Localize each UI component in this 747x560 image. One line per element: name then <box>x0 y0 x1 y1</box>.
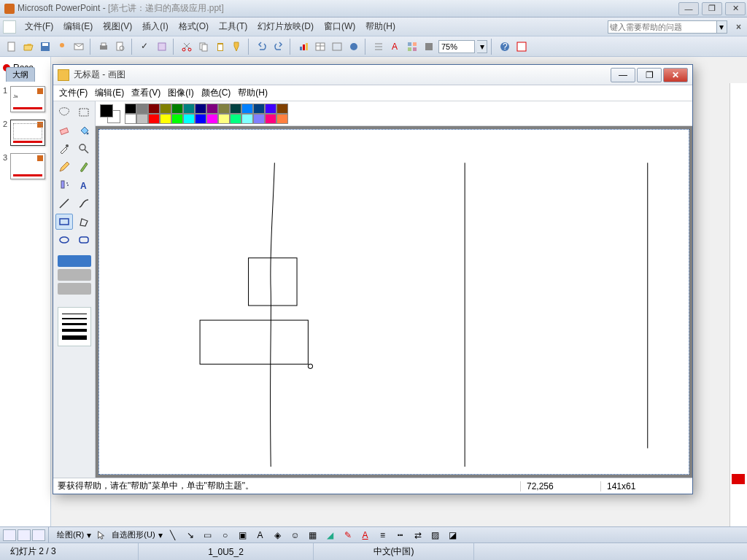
slide-thumb-3[interactable]: 3 <box>3 153 47 179</box>
fg-bg-colors[interactable] <box>100 104 120 123</box>
linecolor-icon[interactable]: ✎ <box>341 529 355 542</box>
slide-thumb-1[interactable]: 1Ja <box>3 86 47 112</box>
undo-icon[interactable] <box>255 39 269 54</box>
3d-icon[interactable]: ◪ <box>446 529 460 542</box>
palette-color[interactable] <box>230 114 241 124</box>
paint-maximize-button[interactable]: ❐ <box>637 68 662 82</box>
slideshow-view-icon[interactable] <box>32 529 45 541</box>
palette-color[interactable] <box>265 104 276 114</box>
roundrect-tool-icon[interactable] <box>75 232 93 248</box>
fontcolor-icon[interactable]: A <box>358 529 373 542</box>
eraser-icon[interactable] <box>55 122 73 139</box>
paint-menu-image[interactable]: 图像(I) <box>168 87 193 99</box>
slide-thumb-2[interactable]: 2 <box>3 120 47 146</box>
paint-minimize-button[interactable]: — <box>611 68 635 82</box>
zoom-input[interactable]: 75% <box>438 40 475 53</box>
paint-canvas[interactable] <box>98 129 689 475</box>
chinese-icon[interactable] <box>514 39 529 54</box>
paint-close-button[interactable]: ✕ <box>663 68 688 82</box>
menu-format[interactable]: 格式(O) <box>174 18 213 35</box>
open-icon[interactable] <box>21 39 36 54</box>
palette-color[interactable] <box>160 114 171 124</box>
select-icon[interactable] <box>94 529 109 542</box>
table-icon[interactable] <box>313 39 328 54</box>
format-painter-icon[interactable] <box>230 39 244 54</box>
print-icon[interactable] <box>96 39 111 54</box>
palette-color[interactable] <box>276 114 288 124</box>
rect-icon[interactable]: ▭ <box>201 529 215 542</box>
palette-color[interactable] <box>171 104 183 114</box>
maximize-button[interactable]: ❐ <box>702 2 722 15</box>
polygon-tool-icon[interactable] <box>75 214 93 230</box>
sorter-view-icon[interactable] <box>18 529 31 541</box>
menu-window[interactable]: 窗口(W) <box>320 18 360 35</box>
picture-icon[interactable]: ▦ <box>306 529 320 542</box>
fill-style-options[interactable] <box>58 255 91 297</box>
curve-tool-icon[interactable] <box>75 195 93 211</box>
select-rect-icon[interactable] <box>75 104 93 120</box>
palette-color[interactable] <box>218 114 230 124</box>
palette-color[interactable] <box>136 104 148 114</box>
palette-color[interactable] <box>265 114 276 124</box>
menu-file[interactable]: 文件(F) <box>20 18 58 35</box>
pencil-icon[interactable] <box>55 159 73 175</box>
palette-color[interactable] <box>218 104 230 114</box>
zoom-dropdown[interactable]: ▾ <box>477 40 487 53</box>
fill-icon[interactable] <box>75 122 93 139</box>
paint-menu-help[interactable]: 帮助(H) <box>238 87 268 99</box>
grid-icon[interactable] <box>405 39 419 54</box>
rect-tool-icon[interactable] <box>55 214 73 230</box>
palette-color[interactable] <box>125 104 136 114</box>
paint-menu-color[interactable]: 颜色(C) <box>201 87 231 99</box>
oval-icon[interactable]: ○ <box>218 529 233 542</box>
dashstyle-icon[interactable]: ┅ <box>393 529 408 542</box>
doc-close-button[interactable]: × <box>733 22 744 32</box>
palette-color[interactable] <box>206 114 218 124</box>
paint-menu-edit[interactable]: 编辑(E) <box>95 87 124 99</box>
palette-color[interactable] <box>148 114 160 124</box>
line-icon[interactable]: ╲ <box>166 529 180 542</box>
menu-help[interactable]: 帮助(H) <box>361 18 400 35</box>
show-format-icon[interactable]: A <box>388 39 403 54</box>
palette-color[interactable] <box>183 114 195 124</box>
permission-icon[interactable] <box>55 39 69 54</box>
eyedropper-icon[interactable] <box>55 141 73 157</box>
expand-icon[interactable] <box>371 39 386 54</box>
palette-color[interactable] <box>195 114 206 124</box>
magnifier-icon[interactable] <box>75 141 93 157</box>
cut-icon[interactable] <box>179 39 194 54</box>
normal-view-icon[interactable] <box>3 529 16 541</box>
outline-tab[interactable]: 大纲 <box>6 67 35 82</box>
menu-edit[interactable]: 编辑(E) <box>59 18 97 35</box>
paint-menu-view[interactable]: 查看(V) <box>131 87 160 99</box>
palette-color[interactable] <box>276 104 288 114</box>
tables-borders-icon[interactable] <box>330 39 344 54</box>
palette-color[interactable] <box>183 104 195 114</box>
draw-menu[interactable]: 绘图(R) <box>57 529 84 540</box>
palette-color[interactable] <box>171 114 183 124</box>
copy-icon[interactable] <box>196 39 211 54</box>
palette-color[interactable] <box>241 104 253 114</box>
research-icon[interactable] <box>155 39 169 54</box>
save-icon[interactable] <box>38 39 53 54</box>
preview-icon[interactable] <box>113 39 128 54</box>
palette-color[interactable] <box>195 104 206 114</box>
textbox-icon[interactable]: ▣ <box>236 529 250 542</box>
arrowstyle-icon[interactable]: ⇄ <box>411 529 425 542</box>
palette-color[interactable] <box>253 114 265 124</box>
close-button[interactable]: ✕ <box>725 2 746 15</box>
paint-titlebar[interactable]: 无标题 - 画图 — ❐ ✕ <box>53 65 692 85</box>
shadow-icon[interactable]: ▨ <box>428 529 443 542</box>
help-search-input[interactable] <box>608 20 717 34</box>
brush-icon[interactable] <box>75 159 93 175</box>
chart-icon[interactable] <box>296 39 311 54</box>
airbrush-icon[interactable] <box>55 177 73 193</box>
menu-slideshow[interactable]: 幻灯片放映(D) <box>253 18 318 35</box>
ellipse-tool-icon[interactable] <box>55 232 73 248</box>
clipart-icon[interactable]: ☺ <box>288 529 303 542</box>
palette-color[interactable] <box>253 104 265 114</box>
line-width-options[interactable] <box>58 307 91 346</box>
palette-color[interactable] <box>206 104 218 114</box>
linestyle-icon[interactable]: ≡ <box>376 529 390 542</box>
palette-color[interactable] <box>160 104 171 114</box>
